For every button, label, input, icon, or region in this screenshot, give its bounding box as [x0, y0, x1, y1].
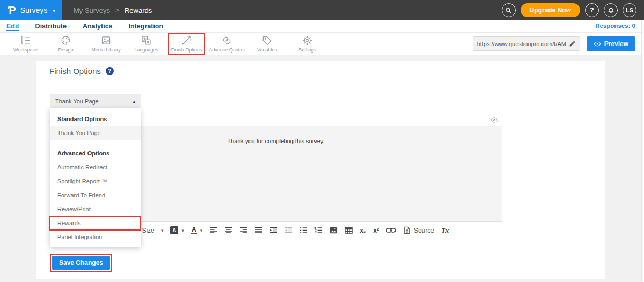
preview-button[interactable]: Preview	[587, 36, 635, 51]
increase-indent-button[interactable]	[269, 226, 277, 234]
align-right-button[interactable]	[239, 226, 247, 234]
link-icon	[386, 227, 396, 234]
chevron-up-icon: ▴	[133, 99, 135, 104]
page-title: Finish Options	[49, 66, 101, 76]
questionpro-logo-icon: Ƥ	[8, 5, 16, 16]
source-button[interactable]: Source	[403, 226, 434, 234]
toolbar-item-media-library[interactable]: Media Library	[86, 33, 126, 54]
preview-eye-icon[interactable]	[490, 116, 499, 124]
numbered-list-button[interactable]	[314, 226, 323, 234]
chevron-down-icon: ▾	[181, 228, 184, 233]
save-changes-highlight: Save Changes	[50, 254, 112, 272]
align-center-icon	[224, 226, 232, 234]
menu-item-thank-you-page[interactable]: Thank You Page	[50, 126, 141, 140]
save-changes-button[interactable]: Save Changes	[52, 256, 110, 270]
page-scrollbar[interactable]	[641, 20, 644, 282]
variables-icon	[261, 35, 273, 46]
notifications-button[interactable]	[604, 3, 618, 17]
size-select[interactable]: Size▾	[142, 227, 163, 234]
edit-toolbar: Workspace Design Media Library Languages…	[0, 33, 644, 55]
toolbar-item-workspace[interactable]: Workspace	[5, 33, 46, 54]
align-center-button[interactable]	[224, 226, 232, 234]
bullet-list-button[interactable]	[299, 226, 308, 234]
eye-icon	[594, 40, 601, 48]
help-button[interactable]: ?	[585, 3, 599, 17]
toolbar-item-settings[interactable]: Settings	[287, 33, 327, 54]
text-color-button[interactable]: A▾	[191, 226, 202, 234]
align-right-icon	[239, 226, 247, 234]
decrease-indent-button[interactable]	[284, 226, 292, 234]
numbered-list-icon	[314, 226, 323, 234]
breadcrumb: My Surveys > Rewards	[74, 0, 152, 20]
languages-icon	[141, 35, 152, 46]
insert-link-button[interactable]	[386, 227, 396, 234]
image-icon	[330, 226, 338, 234]
product-menu-label: Surveys	[20, 6, 48, 14]
finish-option-select[interactable]: Thank You Page ▴	[50, 94, 141, 108]
avatar-initials: LS	[626, 7, 633, 13]
toolbar-item-advance-quotas[interactable]: Advance Quotas	[207, 33, 247, 54]
upgrade-now-button[interactable]: Upgrade Now	[521, 3, 580, 17]
menu-group-standard-options: Standard Options	[50, 112, 141, 126]
avatar[interactable]: LS	[623, 3, 636, 17]
toolbar-item-finish-options[interactable]: Finish Options	[166, 33, 207, 54]
bell-icon	[608, 7, 614, 14]
toolbar-item-variables[interactable]: Variables	[247, 33, 287, 54]
menu-item-automatic-redirect[interactable]: Automatic Redirect	[50, 160, 141, 174]
justify-button[interactable]	[254, 226, 262, 234]
menu-item-panel-integration[interactable]: Panel Integration	[50, 230, 141, 244]
toolbar-item-design[interactable]: Design	[46, 33, 86, 54]
background-color-chip: A	[170, 226, 178, 234]
page-help-icon[interactable]: ?	[106, 67, 114, 75]
source-doc-icon	[403, 226, 411, 234]
product-menu[interactable]: Ƥ Surveys ▾	[0, 0, 62, 20]
survey-nav-bar: Edit Distribute Analytics Integration Re…	[0, 20, 644, 33]
tab-distribute[interactable]: Distribute	[35, 23, 67, 30]
menu-item-spotlight-report[interactable]: Spotlight Report ™	[50, 174, 141, 188]
breadcrumb-my-surveys[interactable]: My Surveys	[74, 6, 110, 14]
survey-url-field[interactable]: https://www.questionpro.com/t/AMkGQ	[473, 36, 580, 51]
increase-indent-icon	[269, 226, 277, 234]
menu-item-review-print[interactable]: Review/Print	[50, 202, 141, 216]
panel-header: Finish Options ?	[36, 61, 605, 81]
survey-url-text: https://www.questionpro.com/t/AMkGQ	[477, 41, 566, 47]
toolbar-item-languages[interactable]: Languages	[126, 33, 166, 54]
tab-analytics[interactable]: Analytics	[83, 23, 113, 30]
menu-item-rewards[interactable]: Rewards	[50, 216, 141, 230]
insert-image-button[interactable]	[330, 226, 338, 234]
search-button[interactable]	[502, 3, 516, 17]
finish-options-panel: Finish Options ? Thank You Page ▴ Standa…	[36, 61, 605, 279]
breadcrumb-separator: >	[115, 6, 119, 14]
align-left-button[interactable]	[209, 226, 217, 234]
top-header-bar: Ƥ Surveys ▾ My Surveys > Rewards Upgrade…	[0, 0, 644, 20]
subscript-button[interactable]: x₂	[360, 227, 366, 234]
design-icon	[60, 35, 71, 46]
chevron-down-icon: ▾	[200, 228, 203, 233]
chevron-down-icon: ▾	[53, 8, 55, 13]
header-actions: Upgrade Now ? LS	[502, 0, 644, 20]
breadcrumb-current: Rewards	[125, 6, 152, 14]
insert-table-button[interactable]	[345, 226, 353, 234]
background-color-button[interactable]: A▾	[170, 226, 184, 234]
superscript-button[interactable]: x²	[373, 227, 379, 234]
settings-icon	[302, 35, 313, 46]
survey-tabs: Edit Distribute Analytics Integration	[0, 23, 163, 30]
tab-edit[interactable]: Edit	[6, 23, 19, 30]
menu-group-advanced-options: Advanced Options	[50, 146, 141, 160]
advance-quotas-icon	[221, 35, 232, 46]
edit-url-pencil-icon[interactable]	[569, 40, 576, 47]
remove-format-button[interactable]: Tx	[441, 226, 449, 235]
thank-you-message: Thank you for completing this survey.	[227, 138, 324, 144]
responses-count-link[interactable]: Responses: 0	[595, 23, 635, 29]
bullet-list-icon	[299, 226, 308, 234]
finish-option-menu: Standard Options Thank You Page Advanced…	[50, 108, 141, 247]
question-mark-icon: ?	[590, 6, 594, 14]
decrease-indent-icon	[284, 226, 292, 234]
tab-integration[interactable]: Integration	[129, 23, 164, 30]
menu-divider	[50, 143, 141, 143]
justify-icon	[254, 226, 262, 234]
media-library-icon	[100, 35, 112, 46]
menu-item-forward-to-friend[interactable]: Forward To Friend	[50, 188, 141, 202]
finish-options-icon	[181, 35, 192, 46]
divider	[50, 250, 592, 250]
